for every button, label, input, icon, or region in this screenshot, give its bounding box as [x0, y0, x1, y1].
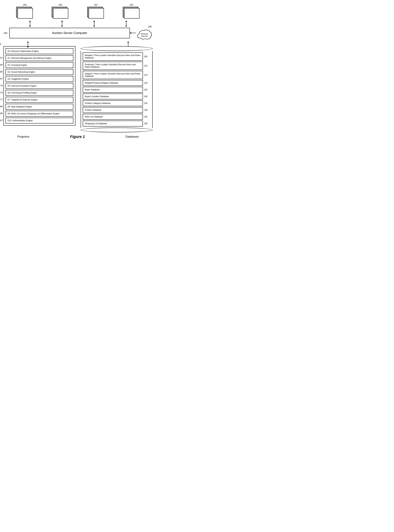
programs-label: Programs	[17, 135, 29, 138]
db-row-8: Wish-List Database 145	[83, 114, 150, 120]
engine-box-2: E2: Grouping Engine	[5, 62, 73, 68]
db-id-2: 115	[144, 74, 150, 76]
computer-197: 197 Shipper'sComputer	[87, 4, 104, 20]
left-panel-wrapper: 155 E0: Discount Optimization Engine 157…	[4, 46, 75, 132]
engine-id-5: 170	[0, 84, 3, 87]
engine-label-6: E6: Purchasing Profiling Engine	[8, 92, 37, 94]
engine-label-1: E1: Discount Management and Delivery Eng…	[8, 57, 51, 59]
engine-id-10: 187	[0, 119, 3, 122]
db-box-7: Product Database	[83, 107, 143, 113]
engine-box-1: E1: Discount Management and Delivery Eng…	[5, 55, 73, 61]
computer-194: 194 Retailer'sComputer	[16, 4, 33, 20]
engine-box-3: E3: Social Networking Engine	[5, 69, 73, 75]
engine-label-7: E7: Targeted Ad Delivery Engine	[8, 99, 38, 101]
engine-row-4: 167 E4: Suggestion Engine	[5, 76, 73, 82]
auction-server-row: 199 Auction Server Computer 190 Network/…	[4, 25, 153, 41]
engine-label-9: E9: Wish-List versus Shopping-List Diffe…	[8, 112, 59, 115]
engine-row-7: 177 E7: Targeted Ad Delivery Engine	[5, 97, 73, 103]
db-id-3: 120	[144, 82, 150, 84]
engine-label-5: E5: Discount Emulation Engine	[8, 85, 36, 87]
arrow-197-down	[94, 20, 94, 26]
engine-id-1: 157	[0, 57, 3, 59]
engine-id-7: 177	[0, 98, 3, 101]
db-label-3: Retailer/Producer/Shipper Database	[85, 82, 118, 84]
db-box-5: Buyer's location Database	[83, 94, 143, 99]
computers-row: 194 Retailer'sComputer 195 Producer'sCom…	[4, 4, 153, 20]
computer-197-box3	[89, 8, 104, 19]
engine-box-9: E9: Wish-List versus Shopping-List Diffe…	[5, 111, 73, 117]
db-box-4: Buyer Database	[83, 87, 143, 93]
right-panel-wrapper: Retailers' Time-Location Sensitive Disco…	[81, 46, 153, 132]
db-box-9: Shopping-List Database	[83, 120, 143, 126]
engine-box-6: E6: Purchasing Profiling Engine	[5, 90, 73, 96]
db-row-1: Producers' Time-Location Sensitive Disco…	[83, 62, 150, 70]
engine-row-1: 157 E1: Discount Management and Delivery…	[5, 55, 73, 61]
arrows-from-server	[4, 41, 153, 46]
db-id-9: 150	[144, 122, 150, 125]
engine-row-8: 180 E8: Map Database Engine	[5, 104, 73, 110]
computer-192-stack: Buyer's Computeror Mobile Device	[123, 7, 140, 20]
db-box-1: Producers' Time-Location Sensitive Disco…	[83, 62, 143, 70]
left-panel-id-label: 155	[0, 43, 1, 45]
engine-box-7: E7: Targeted Ad Delivery Engine	[5, 97, 73, 103]
auction-server-box: Auction Server Computer	[9, 28, 130, 38]
network-arrowhead	[130, 32, 131, 34]
db-label-0: Retailers' Time-Location Sensitive Disco…	[85, 54, 140, 59]
cylinder-body: Retailers' Time-Location Sensitive Disco…	[81, 51, 153, 128]
engine-label-4: E4: Suggestion Engine	[8, 78, 29, 80]
computer-197-stack: Shipper'sComputer	[87, 7, 104, 20]
db-row-9: Shopping-List Database 150	[83, 120, 150, 126]
computer-195: 195 Producer'sComputer	[52, 4, 69, 20]
cylinder-bottom-ellipse	[81, 128, 153, 132]
engine-id-2: 160	[0, 63, 3, 66]
engine-label-3: E3: Social Networking Engine	[8, 71, 35, 73]
db-row-6: Product Category Database 135	[83, 100, 150, 106]
db-row-2: Shipper's Time-Location Sensitive Discou…	[83, 71, 150, 79]
network-arrow-line	[131, 33, 136, 33]
db-label-1: Producers' Time-Location Sensitive Disco…	[85, 63, 136, 68]
auction-server-id: 199	[4, 32, 8, 34]
arrow-195-down	[62, 20, 62, 26]
network-cloud-container: 190 Network/ Internet	[136, 25, 153, 41]
arrow-right-panel	[128, 41, 128, 47]
main-section: 155 E0: Discount Optimization Engine 157…	[4, 46, 153, 132]
db-label-9: Shopping-List Database	[85, 122, 107, 125]
bottom-labels: Programs Figure 1 Databases	[4, 135, 153, 139]
databases-label: Databases	[125, 135, 139, 138]
arrow-left-panel	[28, 41, 28, 47]
engine-row-3: 165 E3: Social Networking Engine	[5, 69, 73, 75]
db-row-0: Retailers' Time-Location Sensitive Disco…	[83, 52, 150, 61]
db-box-0: Retailers' Time-Location Sensitive Disco…	[83, 52, 143, 61]
svg-text:Network/: Network/	[141, 33, 148, 35]
db-id-0: 105	[144, 55, 150, 58]
db-label-5: Buyer's location Database	[85, 95, 109, 98]
computer-194-stack: Retailer'sComputer	[16, 7, 33, 20]
engine-row-2: 160 E2: Grouping Engine	[5, 62, 73, 68]
computer-194-num: 194	[23, 4, 27, 6]
db-box-6: Product Category Database	[83, 100, 143, 106]
db-box-3: Retailer/Producer/Shipper Database	[83, 80, 143, 86]
db-id-6: 135	[144, 102, 150, 104]
arrow-194-down	[30, 20, 30, 26]
cloud-svg: Network/ Internet	[137, 28, 152, 41]
db-label-8: Wish-List Database	[85, 115, 103, 118]
figure-label: Figure 1	[70, 135, 85, 139]
db-label-2: Shipper's Time-Location Sensitive Discou…	[85, 73, 140, 77]
db-box-2: Shipper's Time-Location Sensitive Discou…	[83, 71, 143, 79]
computer-192-box3	[124, 8, 140, 19]
network-id: 190	[148, 25, 152, 28]
arrows-to-server	[4, 20, 153, 25]
engine-label-0: E0: Discount Optimization Engine	[8, 50, 39, 52]
engine-label-2: E2: Grouping Engine	[8, 64, 27, 66]
computer-192-num: 192	[130, 4, 133, 6]
arrow-192-down	[126, 20, 126, 26]
left-panel: E0: Discount Optimization Engine 157 E1:…	[4, 46, 75, 126]
db-label-6: Product Category Database	[85, 102, 110, 104]
engine-label-10: E10: Authentication Engine	[8, 119, 33, 122]
diagram-container: 194 Retailer'sComputer 195 Producer'sCom…	[4, 4, 153, 139]
db-row-3: Retailer/Producer/Shipper Database 120	[83, 80, 150, 86]
db-label-4: Buyer Database	[85, 89, 100, 91]
db-id-4: 125	[144, 89, 150, 91]
engine-row-9: 185 E9: Wish-List versus Shopping-List D…	[5, 111, 73, 117]
computer-197-num: 197	[94, 4, 98, 6]
